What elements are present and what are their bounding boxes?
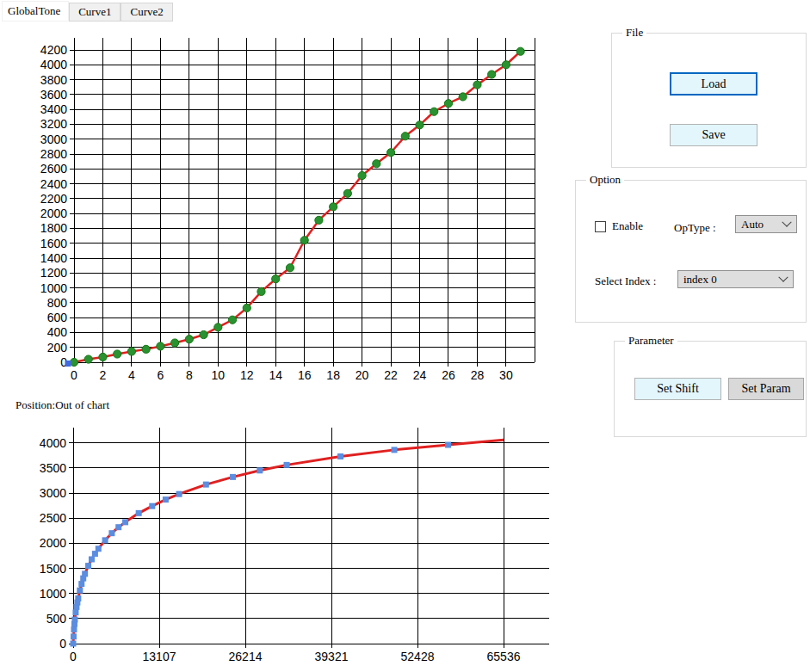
data-point-marker: [82, 570, 88, 576]
chevron-down-icon: [778, 272, 788, 281]
enable-checkbox[interactable]: [595, 221, 606, 232]
y-tick-label: 3000: [40, 486, 66, 500]
y-tick-label: 1500: [40, 562, 66, 576]
y-tick-label: 3500: [40, 461, 66, 475]
x-tick-label: 12: [240, 368, 254, 382]
set-shift-button[interactable]: Set Shift: [634, 378, 721, 400]
y-tick-label: 3600: [40, 88, 67, 102]
data-point-marker: [89, 557, 95, 563]
file-group-title: File: [622, 26, 646, 40]
data-point-marker: [473, 81, 481, 89]
optype-label: OpType :: [674, 221, 716, 235]
x-tick-label: 13107: [143, 650, 176, 663]
y-tick-label: 400: [47, 325, 68, 339]
data-point-marker: [315, 216, 323, 224]
y-tick-label: 2400: [40, 177, 67, 191]
data-point-marker: [286, 264, 294, 272]
enable-label: Enable: [612, 219, 643, 233]
x-tick-label: 24: [413, 368, 427, 382]
y-tick-label: 3400: [40, 102, 67, 116]
data-point-marker: [200, 330, 207, 338]
tab-curve2[interactable]: Curve2: [121, 3, 172, 22]
x-tick-label: 6: [157, 368, 164, 382]
data-point-marker: [337, 453, 343, 459]
x-tick-label: 10: [212, 368, 226, 382]
data-point-marker: [430, 108, 438, 115]
x-tick-label: 30: [499, 368, 513, 382]
data-point-marker: [85, 563, 91, 569]
data-point-marker: [115, 524, 121, 530]
optype-dropdown[interactable]: Auto: [735, 215, 797, 233]
x-tick-label: 22: [384, 368, 398, 382]
x-tick-label: 20: [356, 368, 369, 382]
y-tick-label: 1400: [40, 251, 67, 265]
y-tick-label: 3000: [40, 133, 67, 146]
y-tick-label: 1200: [40, 266, 67, 280]
data-point-marker: [459, 93, 467, 101]
data-point-marker: [300, 237, 308, 244]
y-tick-label: 1000: [40, 587, 66, 601]
y-tick-label: 0: [59, 637, 66, 650]
data-point-marker: [136, 510, 142, 516]
load-button[interactable]: Load: [670, 72, 757, 96]
y-tick-label: 4000: [40, 436, 66, 450]
tone-curve-input-chart[interactable]: 0131072621439321524286553605001000150020…: [0, 417, 568, 672]
option-groupbox: Option Enable OpType : Auto Select Index…: [575, 180, 807, 323]
y-tick-label: 600: [47, 311, 68, 324]
data-point-marker: [386, 149, 394, 157]
y-tick-label: 4000: [40, 58, 67, 71]
x-tick-label: 26214: [229, 650, 263, 663]
data-point-marker: [176, 491, 182, 497]
x-tick-label: 2: [100, 368, 107, 382]
data-point-marker: [142, 345, 150, 353]
save-button[interactable]: Save: [670, 124, 757, 146]
data-point-marker: [502, 61, 510, 69]
tab-curve1[interactable]: Curve1: [69, 3, 121, 22]
y-tick-label: 2200: [40, 192, 67, 206]
y-tick-label: 4200: [40, 43, 67, 57]
data-point-marker: [72, 609, 78, 615]
y-tick-label: 2500: [40, 511, 66, 525]
set-param-button[interactable]: Set Param: [728, 378, 804, 400]
tab-bar: GlobalTone Curve1 Curve2: [2, 1, 173, 22]
data-point-marker: [75, 595, 81, 601]
data-point-marker: [373, 160, 380, 168]
data-point-marker: [401, 133, 409, 140]
selected-point-marker: [65, 361, 71, 367]
y-tick-label: 200: [47, 341, 68, 354]
enable-checkbox-row: Enable: [595, 219, 643, 233]
data-point-marker: [444, 100, 452, 108]
data-point-marker: [71, 641, 77, 647]
x-tick-label: 39321: [315, 650, 349, 663]
data-point-marker: [416, 121, 424, 129]
data-point-marker: [203, 482, 209, 488]
data-point-marker: [272, 275, 280, 283]
y-tick-label: 800: [47, 296, 68, 310]
data-point-marker: [243, 304, 250, 311]
data-point-marker: [71, 617, 77, 623]
data-point-marker: [392, 447, 398, 453]
tab-globaltone[interactable]: GlobalTone: [2, 1, 69, 22]
data-point-marker: [257, 287, 265, 295]
select-index-label: Select Index :: [595, 274, 656, 288]
y-tick-label: 2800: [40, 147, 67, 161]
data-point-marker: [71, 633, 77, 639]
data-point-marker: [445, 442, 451, 448]
data-point-marker: [122, 519, 128, 525]
x-tick-label: 52428: [401, 650, 435, 663]
data-point-marker: [70, 358, 77, 366]
y-tick-label: 1600: [40, 237, 67, 250]
data-point-marker: [108, 530, 114, 536]
data-point-marker: [102, 537, 108, 543]
x-tick-label: 18: [326, 368, 340, 382]
data-point-marker: [343, 189, 351, 197]
y-tick-label: 3800: [40, 73, 67, 87]
data-point-marker: [157, 342, 164, 350]
data-point-marker: [127, 348, 135, 355]
select-index-dropdown[interactable]: index 0: [677, 270, 794, 288]
data-point-marker: [228, 316, 236, 324]
data-point-marker: [114, 350, 121, 358]
x-tick-label: 0: [70, 650, 77, 663]
chevron-down-icon: [782, 217, 791, 226]
tone-curve-chart[interactable]: 0246810121416182022242628300200400600800…: [0, 26, 568, 391]
